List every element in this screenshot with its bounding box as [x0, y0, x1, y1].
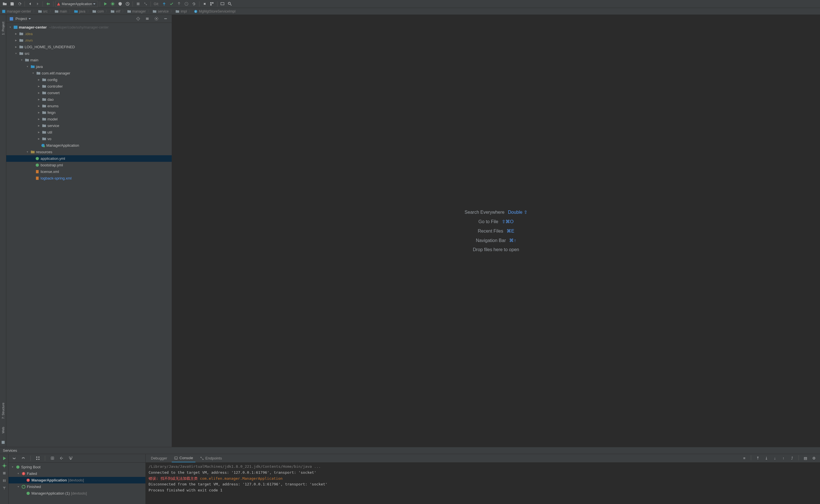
svg-rect-29 — [4, 479, 5, 482]
debug-icon[interactable] — [109, 1, 116, 7]
tree-row-dao[interactable]: dao — [6, 96, 172, 103]
git-label: Git: — [154, 2, 159, 6]
crumb-file[interactable]: CMgMgtStoreServiceImpl — [194, 9, 236, 13]
tree-row-convert[interactable]: convert — [6, 90, 172, 96]
expand-all-icon[interactable] — [144, 15, 150, 22]
profile-icon[interactable] — [124, 1, 131, 7]
locate-icon[interactable] — [134, 15, 141, 22]
gutter-web[interactable]: Web — [1, 426, 5, 434]
crumb-service[interactable]: service — [152, 9, 168, 13]
down-icon[interactable]: ⤓ — [763, 455, 769, 461]
forward-icon[interactable] — [34, 1, 41, 7]
stop-icon[interactable] — [134, 1, 141, 7]
tree-row-controller[interactable]: controller — [6, 83, 172, 90]
tree-row-mvn[interactable]: .mvn — [6, 37, 172, 44]
tree-row-src[interactable]: src — [6, 50, 172, 57]
crumb-manager-center[interactable]: manager-center — [2, 9, 31, 13]
filter-services-icon[interactable] — [1, 485, 7, 491]
coverage-icon[interactable] — [116, 1, 123, 7]
tree-row-application-yml[interactable]: application.yml — [6, 155, 172, 162]
down2-icon[interactable]: ↓ — [772, 455, 778, 461]
serv-row-app2[interactable]: ManagerApplication (1) [devtools] — [9, 490, 145, 497]
tree-row-main[interactable]: main — [6, 57, 172, 63]
sync-icon[interactable] — [16, 1, 23, 7]
tree-row-config[interactable]: config — [6, 76, 172, 83]
tree-row-logback[interactable]: logback-spring.xml — [6, 175, 172, 182]
crumb-java[interactable]: java — [74, 9, 85, 13]
up2-icon[interactable]: ↑ — [780, 455, 787, 461]
svg-point-44 — [200, 457, 202, 458]
project-title: Project — [15, 17, 27, 21]
tree-row-loghome[interactable]: LOG_HOME_IS_UNDEFINED — [6, 44, 172, 50]
debug-services-icon[interactable] — [1, 463, 7, 469]
crumb-main[interactable]: main — [55, 9, 67, 13]
project-structure-icon[interactable] — [209, 1, 216, 7]
vcs-update-icon[interactable] — [161, 1, 168, 7]
build-icon[interactable] — [45, 1, 51, 7]
serv-row-failed[interactable]: !Failed — [9, 470, 145, 477]
svg-rect-7 — [212, 2, 214, 4]
presentation-icon[interactable] — [219, 1, 226, 7]
tree-row-bootstrap-yml[interactable]: bootstrap.yml — [6, 162, 172, 168]
collapse-icon[interactable] — [20, 455, 26, 461]
tree-row-manager-app[interactable]: ManagerApplication — [6, 142, 172, 149]
tree-row-vo[interactable]: vo — [6, 136, 172, 142]
tree-row-resources[interactable]: resources — [6, 149, 172, 155]
console-line: Disconnected from the target VM, address… — [148, 481, 817, 487]
tree-row-pkg[interactable]: com.elif.manager — [6, 70, 172, 76]
open-icon[interactable] — [1, 1, 8, 7]
crumb-com[interactable]: com — [92, 9, 104, 13]
tab-debugger[interactable]: Debugger — [148, 454, 169, 462]
nav2-icon[interactable] — [58, 455, 65, 461]
gutter-project[interactable]: 1: Project — [1, 21, 5, 36]
pause-services-icon[interactable] — [1, 477, 7, 484]
grid-icon[interactable] — [35, 455, 41, 461]
tree-row-root[interactable]: manager-center ~/developer/code/sshy/man… — [6, 24, 172, 31]
tab-console[interactable]: Console — [172, 454, 195, 462]
tree-row-enums[interactable]: enums — [6, 103, 172, 109]
run-icon[interactable] — [102, 1, 108, 7]
tab-endpoints[interactable]: Endpoints — [198, 454, 224, 462]
attach-icon[interactable] — [142, 1, 149, 7]
settings-icon[interactable] — [201, 1, 208, 7]
tree-row-feign[interactable]: feign — [6, 109, 172, 116]
gutter-structure[interactable]: 7: Structure — [1, 402, 5, 420]
tree-row-util[interactable]: util — [6, 129, 172, 136]
export-icon[interactable]: ⤴ — [789, 455, 795, 461]
crumb-impl[interactable]: impl — [175, 9, 187, 13]
wrap-icon[interactable]: ≡ — [741, 455, 747, 461]
back-icon[interactable] — [27, 1, 33, 7]
search-icon[interactable] — [227, 1, 234, 7]
crumb-src[interactable]: src — [38, 9, 48, 13]
vcs-push-icon[interactable] — [176, 1, 182, 7]
tree-row-model[interactable]: model — [6, 116, 172, 122]
nav1-icon[interactable] — [49, 455, 55, 461]
serv-row-finished[interactable]: Finished — [9, 483, 145, 490]
vcs-history-icon[interactable] — [183, 1, 190, 7]
save-icon[interactable] — [9, 1, 15, 7]
settings-console-icon[interactable]: ⚙ — [811, 455, 817, 461]
hide-icon[interactable] — [162, 15, 169, 22]
serv-row-springboot[interactable]: Spring Boot — [9, 464, 145, 470]
crumb-elif[interactable]: elif — [110, 9, 120, 13]
vcs-commit-icon[interactable] — [168, 1, 175, 7]
hint-search: Search Everywhere Double ⇧ — [465, 209, 527, 215]
stop-services-icon[interactable] — [1, 470, 7, 476]
run-config-selector[interactable]: ManagerApplication — [55, 1, 98, 7]
serv-row-app[interactable]: !ManagerApplication [devtools] — [9, 477, 145, 483]
svg-rect-8 — [210, 4, 212, 5]
tree-row-service[interactable]: service — [6, 122, 172, 129]
layout-icon[interactable]: ▤ — [802, 455, 809, 461]
run-services-icon[interactable] — [1, 455, 7, 461]
gutter-icon[interactable] — [1, 440, 5, 445]
gear-icon[interactable] — [153, 15, 160, 22]
tree-row-java[interactable]: java — [6, 63, 172, 70]
expand-icon[interactable] — [11, 455, 17, 461]
crumb-manager[interactable]: manager — [127, 9, 146, 13]
nav3-icon[interactable] — [67, 455, 74, 461]
tree-row-license-xml[interactable]: license.xml — [6, 168, 172, 175]
tree-row-idea[interactable]: .idea — [6, 31, 172, 37]
vcs-rollback-icon[interactable] — [190, 1, 197, 7]
console-output[interactable]: /Library/Java/JavaVirtualMachines/jdk1.8… — [146, 463, 820, 504]
up-icon[interactable]: ⤒ — [755, 455, 761, 461]
